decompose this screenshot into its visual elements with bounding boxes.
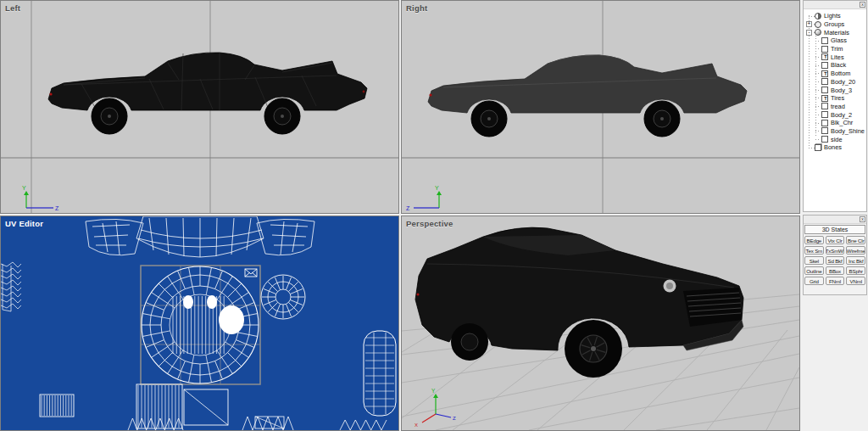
tree-item-icon: T xyxy=(821,95,828,102)
uv-island-wheel[interactable] xyxy=(142,266,259,383)
tree-item-icon: T xyxy=(821,53,828,60)
uv-island-tall[interactable] xyxy=(364,331,396,416)
state-toggle-button[interactable]: Wirefme xyxy=(846,246,865,255)
uv-island-striped-small[interactable] xyxy=(40,395,74,417)
tree-item-label: Lites xyxy=(831,53,844,61)
viewport-left-label: Left xyxy=(5,3,20,13)
close-icon[interactable]: x xyxy=(860,216,865,222)
tree-item-label: Materials xyxy=(824,29,849,36)
tree-item-label: Black xyxy=(831,61,846,69)
state-toggle-button[interactable]: BEdge xyxy=(804,236,824,244)
tree-item-icon xyxy=(821,111,828,118)
state-toggle-button[interactable]: Bne Clr xyxy=(846,236,865,244)
state-toggle-button[interactable]: BSphr xyxy=(846,266,865,275)
tree-item[interactable]: Body_20 xyxy=(804,78,866,87)
axis-z-label: Z xyxy=(55,205,59,211)
axis-z-label: Z xyxy=(453,416,456,421)
tree-item[interactable]: Lights xyxy=(804,12,866,20)
app-window: Left xyxy=(0,0,868,431)
tree-item-label: Tires xyxy=(831,94,844,102)
states-panel: x 3D States BEdge Vtx Clr Bne Clr Tex Sm… xyxy=(803,215,867,295)
state-toggle-button[interactable]: Vtx Clr xyxy=(826,236,845,244)
front-light-dot xyxy=(429,93,431,96)
tree-item[interactable]: + Groups xyxy=(804,20,866,29)
state-toggle-button[interactable]: Sd Bkf xyxy=(826,256,845,265)
tree-item-label: Body_3 xyxy=(831,87,852,94)
viewport-left-canvas: Y Z xyxy=(1,1,398,213)
car-model-side-right[interactable] xyxy=(428,55,747,137)
tree-item[interactable]: Body_2 xyxy=(804,110,866,119)
tree-item[interactable]: Trim xyxy=(804,45,866,53)
scene-tree: Lights + Groups - Materials xyxy=(804,9,866,211)
viewport-left[interactable]: Left xyxy=(0,0,399,214)
tree-item-label: Body_2 xyxy=(831,111,852,119)
state-toggle-button[interactable]: Tex Sm xyxy=(804,246,824,255)
tree-item-icon xyxy=(821,46,828,53)
tree-item[interactable]: Bones xyxy=(804,143,866,152)
tree-item-icon xyxy=(821,127,828,134)
state-toggle-button[interactable]: Grid xyxy=(804,277,824,285)
viewport-perspective[interactable]: Perspective xyxy=(401,216,800,431)
headlight-inner xyxy=(666,283,673,289)
state-toggle-button[interactable]: Outline xyxy=(804,266,824,275)
tree-expander-icon[interactable]: + xyxy=(806,21,812,27)
state-toggle-button[interactable]: Skel xyxy=(804,256,824,265)
tree-item[interactable]: T Tires xyxy=(804,94,866,103)
uv-island-top[interactable] xyxy=(86,216,314,257)
tree-item-label: Body_20 xyxy=(831,78,855,86)
tree-item[interactable]: Body_3 xyxy=(804,86,866,94)
right-sidebar: x Lights + Groups xyxy=(802,0,868,431)
tree-item-label: Groups xyxy=(824,20,844,28)
scene-tree-panel: x Lights + Groups xyxy=(803,0,867,212)
tree-item[interactable]: Blk_Chr xyxy=(804,119,866,127)
tree-item-label: Blk_Chr xyxy=(831,119,853,126)
state-toggle-button[interactable]: TxSmWt xyxy=(826,246,845,255)
viewport-uv-label: UV Editor xyxy=(5,219,43,228)
tree-expander-icon[interactable]: - xyxy=(806,30,812,36)
tree-item[interactable]: Glass xyxy=(804,36,866,45)
state-toggle-button[interactable]: VNml xyxy=(846,277,865,285)
uv-island-hub[interactable] xyxy=(261,275,305,319)
axis-x-label: X xyxy=(415,423,418,428)
state-toggle-button[interactable]: Inc Bkf xyxy=(846,256,865,265)
tree-item-label: side xyxy=(831,136,843,143)
states-button-grid: BEdge Vtx Clr Bne Clr Tex Sm TxSmWt Wire… xyxy=(804,235,866,286)
viewport-right-canvas: Y Z xyxy=(402,1,799,213)
front-light-dot xyxy=(49,92,52,95)
rear-light-dot xyxy=(363,91,365,93)
uv-editor-canvas xyxy=(1,216,398,430)
axis-y-label: Y xyxy=(435,185,439,191)
axis-z-label: Z xyxy=(406,205,410,211)
tree-item[interactable]: side xyxy=(804,135,866,143)
tree-item[interactable]: Black xyxy=(804,61,866,70)
axis-gizmo: Y Z xyxy=(406,185,442,211)
state-toggle-button[interactable]: BBox xyxy=(826,266,845,275)
tree-item-label: Bones xyxy=(824,143,842,151)
tree-item-label: Lights xyxy=(824,12,841,20)
viewport-uv-editor[interactable]: UV Editor xyxy=(0,216,399,431)
viewport-right[interactable]: Right Y xyxy=(401,0,800,214)
tree-item-label: tread xyxy=(831,103,845,110)
tree-item-label: Trim xyxy=(831,45,843,53)
tree-item-label: Bottom xyxy=(831,70,850,77)
car-model-side-left[interactable] xyxy=(48,53,367,134)
states-panel-titlebar[interactable]: x xyxy=(804,216,866,224)
tree-item[interactable]: tread xyxy=(804,103,866,111)
axis-gizmo: Y X Z xyxy=(415,388,456,428)
tree-item-icon xyxy=(821,120,828,126)
tree-item[interactable]: T Bottom xyxy=(804,70,866,78)
tree-item[interactable]: Body_Shine xyxy=(804,127,866,136)
close-icon[interactable]: x xyxy=(860,2,865,8)
states-panel-title: 3D States xyxy=(804,225,865,234)
car-model-perspective[interactable] xyxy=(415,227,743,378)
tree-item[interactable]: - Materials xyxy=(804,28,866,36)
axis-gizmo: Y Z xyxy=(22,185,59,211)
uv-envelope-icon[interactable] xyxy=(245,269,257,277)
tree-item-icon xyxy=(815,29,821,36)
scene-panel-titlebar[interactable]: x xyxy=(804,1,866,9)
uv-island-scribbles[interactable] xyxy=(1,262,21,311)
tree-item-icon xyxy=(821,87,828,93)
state-toggle-button[interactable]: FNml xyxy=(826,277,845,285)
tree-item-icon xyxy=(815,21,821,28)
tree-item[interactable]: T Lites xyxy=(804,53,866,61)
